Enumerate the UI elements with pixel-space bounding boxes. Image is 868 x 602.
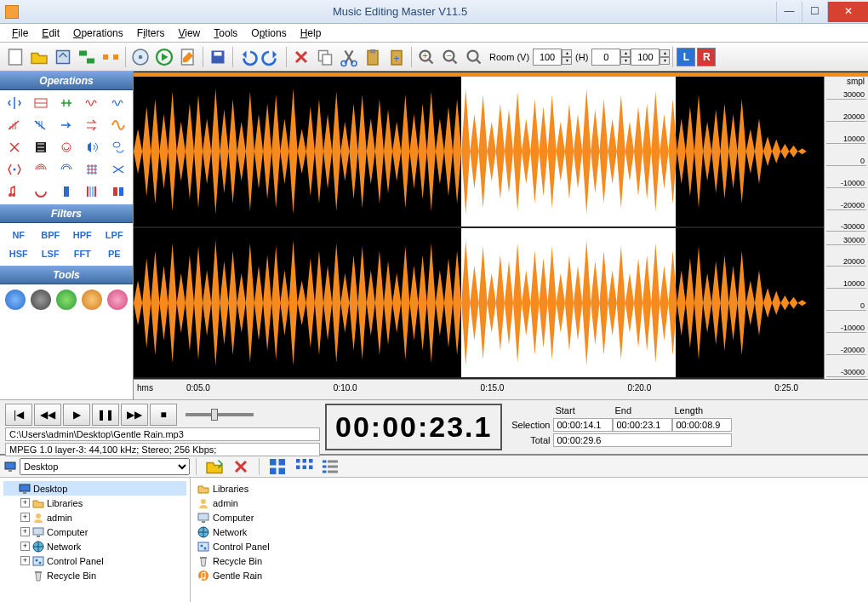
tool-mic[interactable] xyxy=(5,290,26,310)
redo-button[interactable] xyxy=(260,46,283,68)
menu-tools[interactable]: Tools xyxy=(207,26,244,41)
tool-globe[interactable] xyxy=(82,290,102,310)
list-item[interactable]: admin xyxy=(194,496,865,510)
wave-track-right[interactable] xyxy=(134,228,824,380)
view-small-icons-button[interactable] xyxy=(293,456,315,478)
tool-disc[interactable] xyxy=(107,290,128,310)
rewind-button[interactable]: ◀◀ xyxy=(34,404,61,426)
open-multi-button[interactable] xyxy=(76,46,98,68)
tree-node[interactable]: +Control Panel xyxy=(3,553,186,568)
list-item[interactable]: Network xyxy=(194,525,865,539)
filter-bpf[interactable]: BPF xyxy=(36,226,66,244)
volume-slider[interactable] xyxy=(186,413,254,416)
sel-end[interactable]: 00:00:23.1 xyxy=(613,418,672,432)
zoom-out-button[interactable]: − xyxy=(439,46,461,68)
op-btn-24[interactable] xyxy=(81,182,103,201)
view-list-button[interactable] xyxy=(319,456,341,478)
menu-view[interactable]: View xyxy=(171,26,207,41)
location-dropdown[interactable]: Desktop xyxy=(20,458,190,475)
close-button[interactable]: ✕ xyxy=(827,2,868,22)
filter-hsf[interactable]: HSF xyxy=(3,245,34,262)
room-h-from-spinner[interactable]: ▴▾ xyxy=(620,49,631,65)
op-btn-01[interactable] xyxy=(3,94,26,112)
tree-node[interactable]: Recycle Bin xyxy=(3,568,186,582)
filter-pe[interactable]: PE xyxy=(100,245,130,262)
browser-delete-button[interactable] xyxy=(230,456,252,478)
goto-start-button[interactable]: |◀ xyxy=(5,404,32,426)
op-btn-20[interactable] xyxy=(107,160,129,179)
list-item[interactable]: Computer xyxy=(194,510,865,525)
save-button[interactable] xyxy=(207,46,229,68)
room-v-spinner[interactable]: ▴▾ xyxy=(562,49,572,65)
op-btn-08[interactable] xyxy=(55,116,77,135)
zoom-in-button[interactable]: + xyxy=(415,46,437,68)
undo-button[interactable] xyxy=(237,46,259,68)
op-btn-22[interactable] xyxy=(29,182,51,201)
menu-edit[interactable]: Edit xyxy=(35,26,66,41)
op-btn-15[interactable] xyxy=(107,138,129,157)
filter-fft[interactable]: FFT xyxy=(67,245,98,262)
op-btn-16[interactable] xyxy=(3,160,26,179)
menu-operations[interactable]: Operations xyxy=(66,26,130,41)
room-v-input[interactable] xyxy=(533,49,562,66)
sel-start[interactable]: 00:00:14.1 xyxy=(553,418,613,432)
edit-button[interactable] xyxy=(177,46,199,68)
room-h-to-input[interactable] xyxy=(631,49,660,66)
op-btn-14[interactable] xyxy=(81,138,103,157)
op-btn-04[interactable] xyxy=(81,94,103,112)
tool-id[interactable] xyxy=(56,290,77,310)
tree-node[interactable]: +Network xyxy=(3,539,186,553)
tool-video[interactable] xyxy=(31,290,51,310)
filter-lsf[interactable]: LSF xyxy=(36,245,66,262)
copy-button[interactable] xyxy=(314,46,336,68)
op-btn-11[interactable] xyxy=(3,138,26,157)
menu-file[interactable]: File xyxy=(5,26,35,41)
room-h-to-spinner[interactable]: ▴▾ xyxy=(660,49,670,65)
minimize-button[interactable]: — xyxy=(776,2,802,22)
op-btn-18[interactable] xyxy=(55,160,77,179)
op-btn-13[interactable] xyxy=(55,138,77,157)
op-btn-02[interactable] xyxy=(29,94,51,112)
zoom-sel-button[interactable] xyxy=(463,46,485,68)
op-btn-05[interactable] xyxy=(107,94,129,112)
filter-lpf[interactable]: LPF xyxy=(100,226,130,244)
tree-node[interactable]: +Libraries xyxy=(3,496,186,510)
delete-button[interactable] xyxy=(290,46,312,68)
tree-node[interactable]: +Computer xyxy=(3,525,186,539)
new-file-button[interactable] xyxy=(4,46,26,68)
time-ruler[interactable]: hms 0:05.00:10.00:15.00:20.00:25.0 xyxy=(134,379,868,399)
play-media-button[interactable] xyxy=(153,46,175,68)
browser-open-button[interactable] xyxy=(203,456,226,478)
paste-button[interactable] xyxy=(362,46,384,68)
menu-help[interactable]: Help xyxy=(294,26,328,41)
menu-options[interactable]: Options xyxy=(244,26,293,41)
op-btn-06[interactable] xyxy=(3,116,26,135)
list-item[interactable]: Gentle Rain xyxy=(194,568,865,582)
file-list[interactable]: LibrariesadminComputerNetworkControl Pan… xyxy=(191,478,868,602)
insert-button[interactable] xyxy=(100,46,122,68)
channel-left-button[interactable]: L xyxy=(677,48,695,66)
play-button[interactable]: ▶ xyxy=(63,404,90,426)
list-item[interactable]: Libraries xyxy=(194,481,865,496)
tree-node[interactable]: Desktop xyxy=(3,481,186,496)
op-btn-09[interactable] xyxy=(81,116,103,135)
maximize-button[interactable]: ☐ xyxy=(802,2,827,22)
cut-button[interactable] xyxy=(338,46,360,68)
filter-nf[interactable]: NF xyxy=(3,226,34,244)
op-btn-21[interactable] xyxy=(3,182,26,201)
fastfwd-button[interactable]: ▶▶ xyxy=(121,404,148,426)
paste-mix-button[interactable]: + xyxy=(385,46,408,68)
room-h-from-input[interactable] xyxy=(591,49,620,66)
op-btn-12[interactable] xyxy=(29,138,51,157)
menu-filters[interactable]: Filters xyxy=(130,26,172,41)
op-btn-03[interactable] xyxy=(55,94,77,112)
op-btn-23[interactable] xyxy=(55,182,77,201)
cd-button[interactable] xyxy=(129,46,151,68)
op-btn-17[interactable] xyxy=(29,160,51,179)
filter-hpf[interactable]: HPF xyxy=(67,226,98,244)
waveform-tracks[interactable] xyxy=(134,77,824,379)
view-large-icons-button[interactable] xyxy=(266,456,288,478)
sel-length[interactable]: 00:00:08.9 xyxy=(672,418,732,432)
list-item[interactable]: Control Panel xyxy=(194,539,865,553)
tree-node[interactable]: +admin xyxy=(3,510,186,525)
